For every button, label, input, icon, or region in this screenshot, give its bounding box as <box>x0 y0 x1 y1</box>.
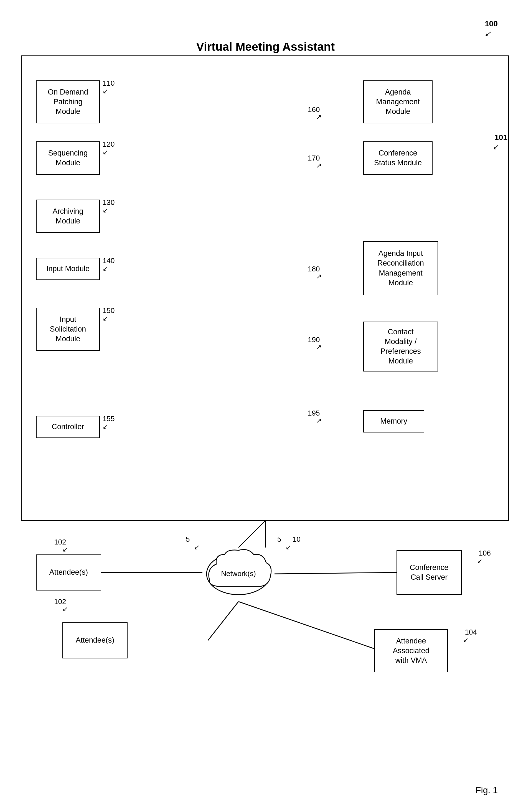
label-140: 140 <box>103 257 115 265</box>
label-110: 110 <box>103 79 115 88</box>
label-170: 170 <box>308 154 320 162</box>
ref-102b: 102 <box>54 597 66 606</box>
attendees1-box: Attendee(s) <box>36 554 101 591</box>
label-195: 195 <box>308 409 320 418</box>
label-190: 190 <box>308 335 320 344</box>
zigzag-170: ↗ <box>316 162 322 169</box>
input-solicitation-box: InputSolicitationModule <box>36 308 100 351</box>
zigzag-5b: ↙ <box>286 543 291 551</box>
label-150: 150 <box>103 306 115 315</box>
sequencing-box: SequencingModule <box>36 141 100 175</box>
zigzag-102b: ↙ <box>62 605 68 613</box>
label-180: 180 <box>308 265 320 273</box>
zigzag-160: ↗ <box>316 113 322 121</box>
zigzag-104: ↙ <box>463 636 469 644</box>
label-160: 160 <box>308 105 320 114</box>
ref-100: 100 <box>485 19 498 28</box>
archiving-box: ArchivingModule <box>36 200 100 233</box>
agenda-input-reconciliation-box: Agenda InputReconciliationManagementModu… <box>363 241 438 295</box>
ref-5b: 5 <box>277 535 281 543</box>
ref-106: 106 <box>479 549 491 557</box>
page: 100 ↙ Virtual Meeting Assistant 101 ↙ On… <box>0 0 531 812</box>
zigzag-100: ↙ <box>484 29 491 38</box>
zigzag-190: ↗ <box>316 343 322 351</box>
ref-5a: 5 <box>186 535 190 543</box>
zigzag-120: ↙ <box>103 148 108 156</box>
zigzag-102a: ↙ <box>62 546 68 553</box>
zigzag-110: ↙ <box>103 87 108 95</box>
main-title: Virtual Meeting Assistant <box>196 40 335 54</box>
conference-call-server-box: ConferenceCall Server <box>397 550 462 595</box>
fig-label: Fig. 1 <box>475 785 498 795</box>
memory-box: Memory <box>363 410 424 433</box>
agenda-management-box: AgendaManagementModule <box>363 81 433 124</box>
zigzag-101: ↙ <box>493 143 499 151</box>
attendees2-box: Attendee(s) <box>62 622 128 658</box>
contact-modality-box: ContactModality /PreferencesModule <box>363 322 438 372</box>
svg-line-13 <box>239 601 374 649</box>
ref-10: 10 <box>292 535 301 543</box>
svg-line-12 <box>208 601 239 640</box>
zigzag-155: ↙ <box>103 423 108 431</box>
ref-102a: 102 <box>54 538 66 547</box>
zigzag-180: ↗ <box>316 273 322 280</box>
zigzag-140: ↙ <box>103 265 108 273</box>
label-130: 130 <box>103 198 115 207</box>
zigzag-5a: ↙ <box>194 543 200 551</box>
conference-status-box: ConferenceStatus Module <box>363 141 433 175</box>
input-module-box: Input Module <box>36 258 100 280</box>
zigzag-106: ↙ <box>477 557 483 565</box>
controller-box: Controller <box>36 416 100 438</box>
on-demand-patching-box: On DemandPatchingModule <box>36 81 100 124</box>
zigzag-150: ↙ <box>103 315 108 322</box>
label-155: 155 <box>103 415 115 423</box>
zigzag-195: ↗ <box>316 417 322 424</box>
zigzag-130: ↙ <box>103 206 108 214</box>
network-cloud: Network(s) <box>202 546 274 601</box>
ref-101: 101 <box>494 133 507 142</box>
attendee-vma-box: AttendeeAssociatedwith VMA <box>374 629 448 672</box>
svg-line-11 <box>274 572 397 574</box>
svg-line-14 <box>239 521 266 548</box>
label-120: 120 <box>103 140 115 149</box>
ref-104: 104 <box>465 628 477 637</box>
svg-text:Network(s): Network(s) <box>221 569 256 578</box>
